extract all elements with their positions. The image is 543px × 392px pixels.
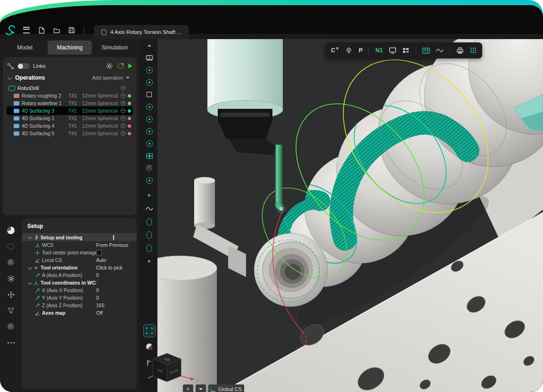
- save-file-button[interactable]: [66, 24, 78, 36]
- operations-title: Operations: [15, 74, 45, 81]
- open-file-button[interactable]: [50, 24, 63, 36]
- fixture-visibility-icon[interactable]: [144, 78, 155, 87]
- axis-icon: [34, 295, 41, 301]
- tab-model[interactable]: Model: [3, 41, 47, 55]
- cs-dropdown-button[interactable]: [196, 384, 206, 392]
- holder-grid-icon[interactable]: [403, 45, 410, 56]
- operation-type-icon: [14, 124, 19, 128]
- suppress-toggle-icon[interactable]: [121, 108, 125, 113]
- nc-program-button[interactable]: N1: [375, 45, 383, 56]
- setup-row[interactable]: Y (Axis Y Position)0: [22, 294, 137, 302]
- document-tab[interactable]: 4 Axis Rotary Torsion Shaft ...: [94, 25, 189, 39]
- suppress-toggle-icon[interactable]: [121, 123, 125, 128]
- setup-value[interactable]: Off: [96, 310, 133, 316]
- pin-icon[interactable]: P: [359, 45, 362, 56]
- add-operation-button[interactable]: Add operation: [90, 74, 132, 81]
- burst-visibility-icon[interactable]: [144, 163, 155, 172]
- new-file-button[interactable]: [35, 24, 48, 36]
- recalc-icon[interactable]: [118, 63, 123, 69]
- global-cs-label: Global CS: [218, 386, 242, 392]
- setup-row[interactable]: Tool center point management: [22, 249, 137, 256]
- operation-row[interactable]: 4D Surfacing 1T#112mm Spherical: [7, 114, 132, 122]
- view-toolbar: [141, 41, 157, 392]
- checkbox[interactable]: [96, 250, 102, 255]
- probe-icon[interactable]: [345, 45, 353, 56]
- transform-tool-icon[interactable]: [6, 290, 16, 299]
- setup-value[interactable]: Click to pick: [96, 265, 133, 270]
- global-cs-button[interactable]: Global CS: [208, 384, 244, 392]
- job-assignment-icon[interactable]: [6, 242, 16, 251]
- simulation-screen-icon[interactable]: [389, 45, 396, 56]
- spline-display-icon[interactable]: [144, 204, 155, 213]
- cube-face-top[interactable]: Top: [164, 358, 169, 361]
- model-tool-icon[interactable]: [6, 258, 16, 267]
- operations-header[interactable]: Operations Add operation: [7, 72, 132, 83]
- gear-icon[interactable]: [106, 62, 113, 70]
- suppress-toggle-icon[interactable]: [121, 116, 125, 121]
- workpiece-tool-icon[interactable]: [6, 226, 16, 235]
- machine-visibility-icon[interactable]: [144, 53, 155, 62]
- status-dot: [128, 94, 131, 98]
- setup-value[interactable]: 165: [96, 302, 133, 308]
- suppress-toggle-icon[interactable]: [121, 131, 125, 136]
- add-cs-button[interactable]: +: [183, 384, 193, 392]
- workpiece-visibility-icon[interactable]: [144, 65, 155, 74]
- array-pattern-icon[interactable]: [470, 45, 477, 56]
- setup-row[interactable]: Local CSAuto: [22, 256, 137, 264]
- settings-gear-icon[interactable]: [6, 274, 16, 283]
- operation-row[interactable]: 4D Surfacing 4T#112mm Spherical: [7, 122, 132, 130]
- suppress-toggle-icon[interactable]: [121, 101, 125, 106]
- setup-row[interactable]: WCSFrom Previous: [22, 241, 137, 249]
- tab-simulation[interactable]: Simulation: [93, 41, 137, 55]
- chevron-down-icon: [28, 265, 33, 270]
- screw-visibility-icon[interactable]: [144, 114, 155, 123]
- holder-visibility-icon[interactable]: [144, 102, 155, 111]
- tab-machining[interactable]: Machining: [48, 41, 91, 55]
- setup-value[interactable]: Auto: [96, 257, 133, 263]
- tool-visibility-icon[interactable]: [144, 176, 155, 185]
- run-simulation-icon[interactable]: [128, 64, 132, 68]
- point-display-icon[interactable]: [144, 191, 155, 200]
- setup-value[interactable]: From Previous: [96, 242, 133, 248]
- stock-display-icon[interactable]: [144, 217, 155, 226]
- links-toggle[interactable]: [17, 63, 30, 69]
- menu-button[interactable]: [20, 24, 33, 36]
- setup-group-header[interactable]: Setup and tooling: [22, 233, 137, 241]
- suppress-toggle-icon[interactable]: [121, 93, 125, 98]
- scroll-up-icon[interactable]: [144, 41, 155, 50]
- setup-row[interactable]: A (Axis A Position)0: [22, 271, 137, 279]
- more-tools-icon[interactable]: [6, 338, 16, 347]
- lower-area: Setup Setup and toolingWCSFrom PreviousT…: [0, 218, 140, 392]
- stock-visibility-icon[interactable]: [144, 90, 155, 99]
- rotary-table-icon[interactable]: [422, 45, 430, 56]
- setup-value[interactable]: 0: [96, 295, 133, 301]
- suppress-toggle-icon[interactable]: [121, 86, 125, 90]
- mesh-display-icon[interactable]: [144, 244, 155, 253]
- operation-row[interactable]: 4D Surfacing 5T#112mm Spherical: [7, 130, 132, 137]
- machine-tool-icon[interactable]: [6, 322, 16, 331]
- table-visibility-icon[interactable]: [144, 151, 155, 160]
- setup-value[interactable]: 0: [96, 272, 133, 278]
- setup-section-header[interactable]: Tool orientationClick to pick: [22, 264, 137, 271]
- post-processor-icon[interactable]: [456, 45, 464, 56]
- measure-wave-icon[interactable]: [436, 45, 444, 56]
- app-logo[interactable]: [4, 24, 17, 36]
- tooling-filter-icon[interactable]: [6, 306, 16, 315]
- operation-row[interactable]: Rotary waterline 1T#112mm Spherical: [7, 99, 132, 107]
- setup-row[interactable]: Axes mapOff: [22, 309, 137, 317]
- small-point-icon[interactable]: [144, 257, 155, 266]
- vise-visibility-icon[interactable]: [144, 139, 155, 148]
- setup-section-header[interactable]: Tool coordinates in WCS: [22, 279, 137, 286]
- viewport-3d-scene[interactable]: [157, 39, 543, 392]
- fit-view-button[interactable]: [143, 325, 156, 337]
- operation-row[interactable]: Rotary roughing 2T#112mm Spherical: [7, 92, 132, 99]
- operation-group-robodrill[interactable]: RoboDrill: [7, 84, 132, 92]
- collision-control-icon[interactable]: C: [331, 45, 339, 56]
- setup-value[interactable]: 0: [96, 287, 133, 293]
- operation-row[interactable]: 4D Surfacing 3T#112mm Spherical: [7, 107, 132, 114]
- setup-row[interactable]: X (Axis X Position)0: [22, 286, 137, 294]
- collet-visibility-icon[interactable]: [144, 127, 155, 136]
- part-display-icon[interactable]: [144, 230, 155, 239]
- viewport[interactable]: [157, 39, 543, 392]
- setup-row[interactable]: Z (Axis Z Position)165: [22, 302, 137, 309]
